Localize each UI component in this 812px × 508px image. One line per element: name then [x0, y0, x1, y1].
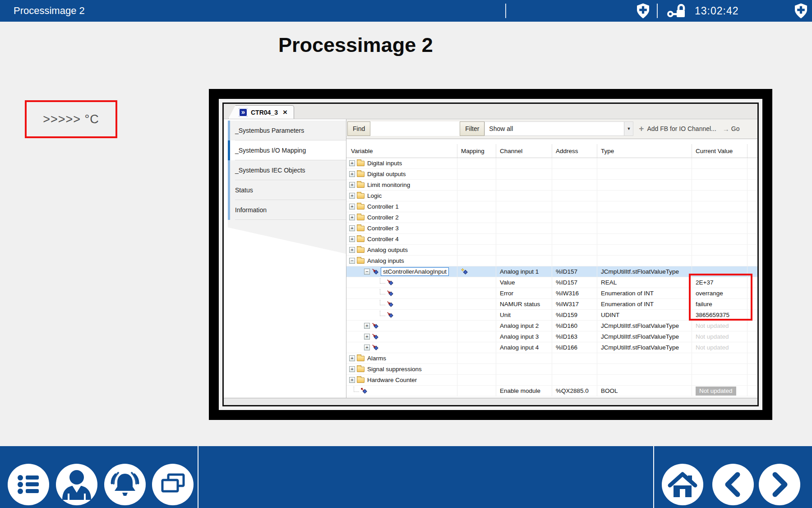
row-label: Limit monitoring	[367, 182, 410, 188]
expand-icon[interactable]: +	[364, 334, 370, 340]
expand-icon[interactable]: +	[349, 247, 355, 253]
screens-icon[interactable]	[152, 464, 194, 505]
table-row[interactable]: +Analog input 2%ID160JCmpUtilItf.stFloat…	[346, 321, 757, 331]
column-header-address[interactable]: Address	[552, 144, 597, 158]
expand-icon[interactable]: +	[349, 377, 355, 383]
address-cell	[552, 375, 597, 385]
current-value: overrange	[696, 290, 723, 297]
folder-icon	[357, 215, 364, 220]
type-cell	[597, 158, 692, 168]
mapping-cell	[457, 310, 496, 320]
table-row[interactable]: +Analog outputs	[346, 245, 757, 256]
sidebar-item--systembus-iec-objects[interactable]: _Systembus IEC Objects	[228, 160, 346, 180]
key-lock-icon[interactable]	[667, 4, 687, 21]
sidebar-item-status[interactable]: Status	[228, 180, 346, 200]
table-row[interactable]: Enable module%QX2885.0BOOLNot updated	[346, 386, 757, 396]
table-row[interactable]: +Signal suppressions	[346, 364, 757, 375]
table-row[interactable]: +Digital outputs	[346, 169, 757, 180]
expand-icon[interactable]: +	[349, 204, 355, 210]
column-header-type[interactable]: Type	[597, 144, 692, 158]
folder-icon	[357, 378, 364, 383]
sidebar-item--systembus-parameters[interactable]: _Systembus Parameters	[228, 121, 346, 140]
menu-icon[interactable]	[8, 464, 49, 505]
collapse-icon[interactable]: −	[349, 258, 355, 264]
previous-icon[interactable]	[712, 464, 754, 505]
next-icon[interactable]	[759, 464, 800, 505]
channel-cell	[496, 256, 552, 266]
expand-icon[interactable]: +	[364, 323, 370, 329]
shield-plus-icon[interactable]	[795, 3, 807, 20]
mapping-cell	[457, 158, 496, 168]
table-row[interactable]: +Controller 2	[346, 212, 757, 223]
table-row[interactable]: +Logic	[346, 191, 757, 201]
type-cell: JCmpUtilItf.stFloatValueType	[597, 342, 692, 353]
table-row[interactable]: +Analog input 4%ID166JCmpUtilItf.stFloat…	[346, 342, 757, 353]
table-row[interactable]: +Hardware Counter	[346, 375, 757, 386]
top-bar: Processimage 2 13:02:42	[0, 0, 812, 22]
tab-close-icon[interactable]: ×	[283, 108, 287, 117]
variable-cell: +Analog outputs	[346, 245, 457, 255]
type-cell: JCmpUtilItf.stFloatValueType	[597, 266, 692, 277]
column-header-current-value[interactable]: Current Value	[692, 144, 747, 158]
expand-icon[interactable]: +	[364, 345, 370, 350]
go-to-instance-button[interactable]: Go	[731, 121, 740, 136]
var-input-icon	[372, 268, 378, 275]
expand-icon[interactable]: +	[349, 193, 355, 199]
user-icon[interactable]	[56, 464, 97, 505]
table-row[interactable]: Unit%ID159UDINT3865659375	[346, 310, 757, 321]
variable-cell	[346, 288, 457, 298]
current-value-cell	[692, 191, 747, 201]
column-header-variable[interactable]: Variable	[346, 144, 457, 158]
add-fb-button[interactable]: Add FB for IO Channel...	[647, 121, 716, 136]
folder-icon	[357, 193, 364, 199]
table-row[interactable]: +Controller 3	[346, 223, 757, 234]
mapping-cell	[457, 386, 496, 396]
tree-connector	[380, 289, 385, 294]
column-header-channel[interactable]: Channel	[496, 144, 552, 158]
table-row[interactable]: +Controller 1	[346, 201, 757, 212]
home-icon[interactable]	[662, 464, 703, 505]
collapse-icon[interactable]: −	[364, 269, 370, 275]
type-cell	[597, 375, 692, 385]
expand-icon[interactable]: +	[349, 225, 355, 231]
expand-icon[interactable]: +	[349, 355, 355, 361]
table-row[interactable]: NAMUR status%IW317Enumeration of INTfail…	[346, 299, 757, 310]
filter-label: Filter	[460, 121, 484, 136]
find-input[interactable]	[370, 121, 460, 136]
filter-dropdown[interactable]: Show all ▼	[484, 121, 633, 136]
column-header-mapping[interactable]: Mapping	[457, 144, 496, 158]
table-row[interactable]: +Limit monitoring	[346, 180, 757, 191]
chevron-down-icon[interactable]: ▼	[624, 122, 633, 135]
tab-ctr04-3[interactable]: » CTR04_3 ×	[228, 105, 294, 119]
table-row[interactable]: Error%IW316Enumeration of INToverrange	[346, 288, 757, 299]
expand-icon[interactable]: +	[349, 171, 355, 177]
table-row[interactable]: +Alarms	[346, 353, 757, 364]
table-header: VariableMappingChannelAddressTypeCurrent…	[346, 139, 757, 158]
filter-value: Show all	[489, 125, 513, 132]
alarm-bell-icon[interactable]	[104, 464, 146, 505]
expand-icon[interactable]: +	[349, 160, 355, 166]
expand-icon[interactable]: +	[349, 214, 355, 220]
table-row[interactable]: Value%ID157REAL2E+37	[346, 277, 757, 288]
expand-icon[interactable]: +	[349, 366, 355, 372]
expand-icon[interactable]: +	[349, 236, 355, 242]
table-row[interactable]: −stControllerAnalogInputAnalog input 1%I…	[346, 266, 757, 277]
sidebar-item--systembus-i-o-mapping[interactable]: _Systembus I/O Mapping	[228, 140, 346, 160]
variable-cell: +	[346, 321, 457, 331]
channel-cell: Analog input 4	[496, 342, 552, 353]
sidebar-item-information[interactable]: Information	[228, 200, 346, 220]
table-row[interactable]: +Digital inputs	[346, 158, 757, 169]
current-value-cell: 2E+37	[692, 277, 747, 288]
table-row[interactable]: −Analog inputs	[346, 256, 757, 266]
expand-icon[interactable]: +	[349, 182, 355, 188]
variable-cell: −stControllerAnalogInput	[346, 266, 457, 277]
table-row[interactable]: +Controller 4	[346, 234, 757, 245]
shield-plus-icon[interactable]	[637, 3, 649, 20]
table-row[interactable]: +Analog input 3%ID163JCmpUtilItf.stFloat…	[346, 331, 757, 342]
mapping-cell	[457, 245, 496, 255]
scrollbar-track[interactable]	[224, 398, 757, 405]
find-button[interactable]: Find	[347, 121, 370, 136]
type-cell	[597, 201, 692, 212]
mapping-cell	[457, 266, 496, 277]
folder-icon	[357, 258, 364, 264]
